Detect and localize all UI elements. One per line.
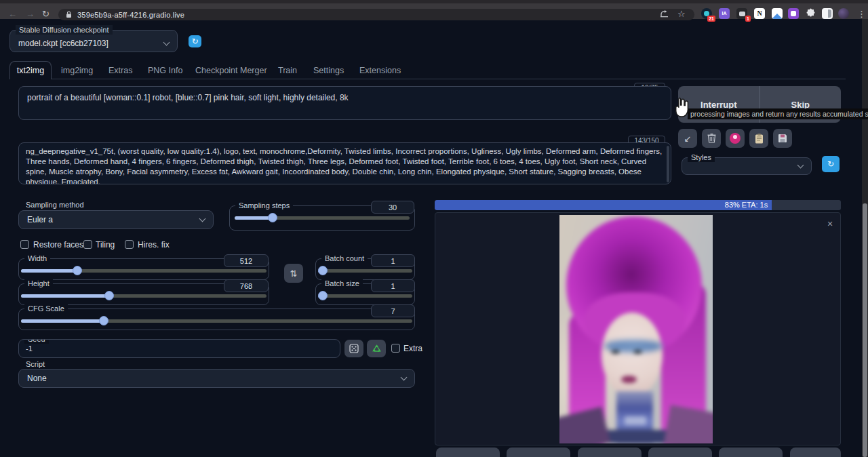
negative-prompt-input[interactable]: ng_deepnegative_v1_75t, (worst quality, … [18, 142, 671, 184]
sidebar-toggle-icon[interactable] [822, 8, 833, 19]
browser-menu-icon[interactable]: ⋮ [857, 9, 866, 19]
browser-toolbar: ← → ↻ 359e5b9a-a5ff-4216.gradio.live ☆ 2… [0, 3, 868, 19]
sampling-steps-label: Sampling steps [235, 201, 293, 210]
clipboard-icon [755, 134, 764, 144]
url-text: 359e5b9a-a5ff-4216.gradio.live [77, 11, 184, 19]
checkpoint-dropdown[interactable]: Stable Diffusion checkpoint model.ckpt [… [9, 30, 178, 52]
height-slider[interactable] [21, 294, 267, 298]
preview-image[interactable] [559, 215, 713, 443]
ext-dark-badge: 1 [745, 16, 751, 22]
styles-refresh-button[interactable]: ↻ [822, 156, 840, 172]
chevron-down-icon [797, 162, 804, 169]
extra-seed-label: Extra [403, 344, 422, 353]
tab-train[interactable]: Train [278, 66, 297, 75]
sampling-method-dropdown[interactable]: Euler a [18, 210, 214, 229]
script-label: Script [26, 360, 45, 368]
checkpoint-value: model.ckpt [cc6cb27103] [18, 35, 108, 48]
textarea-scrollbar[interactable] [667, 146, 669, 182]
seed-label: Seed [24, 339, 49, 344]
cfg-scale-label: CFG Scale [24, 304, 68, 313]
address-bar[interactable]: 359e5b9a-a5ff-4216.gradio.live [58, 9, 694, 20]
batch-count-label: Batch count [321, 254, 368, 263]
lock-icon [66, 11, 72, 18]
bookmark-star-icon[interactable]: ☆ [677, 9, 686, 19]
tiling-checkbox[interactable] [83, 240, 92, 249]
chevron-down-icon [163, 39, 170, 45]
height-value[interactable]: 768 [224, 279, 269, 292]
swap-dimensions-button[interactable]: ⇅ [284, 264, 303, 283]
ext-tasks-badge: 21 [707, 16, 715, 22]
extra-seed-checkbox[interactable] [391, 344, 400, 353]
tab-settings[interactable]: Settings [313, 66, 344, 75]
prompt-input[interactable]: portrait of a beautiful [woman::0.1] rob… [18, 86, 671, 120]
close-preview-icon[interactable]: × [827, 218, 833, 229]
width-label: Width [24, 254, 50, 263]
arrow-down-left-icon: ↙ [684, 134, 692, 144]
tab-extras[interactable]: Extras [108, 66, 132, 75]
tab-img2img[interactable]: img2img [61, 66, 93, 75]
sampling-steps-value[interactable]: 30 [371, 201, 414, 214]
extensions-puzzle-icon[interactable] [806, 8, 816, 18]
gallery-button[interactable] [719, 448, 783, 457]
batch-size-label: Batch size [321, 279, 363, 288]
width-value[interactable]: 512 [224, 254, 269, 267]
ext-office-icon[interactable] [788, 8, 799, 19]
gallery-button[interactable] [436, 448, 500, 457]
gallery-button[interactable] [578, 448, 642, 457]
ext-ia-icon[interactable]: IA [719, 8, 730, 19]
seed-input[interactable]: Seed -1 [18, 339, 340, 358]
clear-prompt-button[interactable] [702, 129, 721, 148]
forward-icon[interactable]: → [26, 9, 35, 20]
styles-label: Styles [688, 153, 715, 162]
script-value: None [27, 374, 47, 383]
tab-extensions[interactable]: Extensions [359, 66, 401, 75]
paste-params-button[interactable]: ↙ [678, 129, 697, 148]
sampling-method-label: Sampling method [26, 201, 84, 209]
ext-notion-icon[interactable]: N [754, 8, 765, 19]
height-label: Height [24, 279, 53, 288]
batch-count-value[interactable]: 1 [371, 254, 415, 267]
sampling-method-value: Euler a [27, 215, 53, 224]
gallery-button[interactable] [648, 448, 712, 457]
apply-style-button[interactable] [749, 129, 768, 148]
tab-checkpoint-merger[interactable]: Checkpoint Merger [195, 66, 267, 75]
gallery-button[interactable] [507, 448, 570, 457]
sampling-steps-slider[interactable] [235, 216, 410, 220]
progress-fill: 83% ETA: 1s [435, 200, 772, 210]
swap-arrows-icon: ⇅ [290, 269, 298, 279]
batch-size-value[interactable]: 1 [371, 279, 415, 292]
gallery-button[interactable] [790, 448, 841, 457]
hires-fix-checkbox[interactable] [125, 240, 134, 249]
page-scrollbar-thumb[interactable] [863, 203, 867, 457]
batch-count-slider[interactable] [318, 269, 412, 273]
mouse-cursor-hand [670, 95, 693, 119]
restore-faces-checkbox[interactable] [20, 240, 29, 249]
seed-value: -1 [19, 340, 340, 357]
reload-icon[interactable]: ↻ [42, 9, 50, 20]
chevron-down-icon [199, 216, 206, 222]
profile-avatar[interactable] [838, 8, 849, 19]
ext-dark-icon[interactable]: 1 [736, 8, 747, 19]
extra-networks-card-icon [730, 133, 741, 144]
share-icon[interactable] [660, 9, 669, 18]
ext-tasks-icon[interactable]: 21 [701, 8, 712, 19]
script-dropdown[interactable]: None [18, 369, 415, 388]
ext-image-icon[interactable] [772, 8, 783, 19]
tab-txt2img[interactable]: txt2img [9, 61, 52, 79]
checkpoint-refresh-button[interactable]: ↻ [189, 35, 201, 47]
dice-icon [349, 344, 359, 353]
cfg-scale-value[interactable]: 7 [371, 304, 415, 317]
cfg-scale-slider[interactable] [21, 319, 412, 323]
hires-fix-label: Hires. fix [138, 240, 170, 250]
interrupt-tooltip: processing images and return any results… [688, 108, 868, 119]
back-icon[interactable]: ← [8, 9, 17, 20]
extra-networks-button[interactable] [726, 129, 745, 148]
save-style-button[interactable] [773, 129, 792, 148]
styles-dropdown[interactable]: Styles [682, 157, 812, 175]
tab-png-info[interactable]: PNG Info [148, 66, 182, 75]
width-slider[interactable] [21, 269, 267, 273]
random-seed-button[interactable] [344, 340, 363, 357]
batch-size-slider[interactable] [318, 294, 412, 298]
progress-bar: 83% ETA: 1s [435, 200, 841, 210]
reuse-seed-button[interactable] [367, 340, 386, 357]
